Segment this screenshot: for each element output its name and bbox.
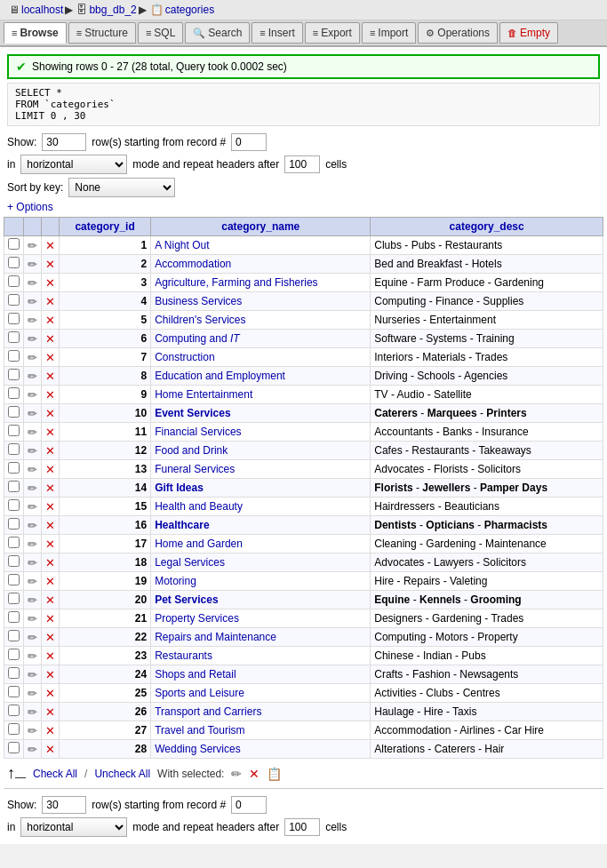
tab-empty[interactable]: 🗑 Empty bbox=[499, 22, 558, 44]
row-checkbox[interactable] bbox=[8, 313, 20, 324]
tab-insert[interactable]: ≡ Insert bbox=[252, 22, 302, 44]
edit-icon[interactable]: ✏ bbox=[28, 593, 37, 607]
record-input-bot[interactable] bbox=[231, 796, 267, 814]
col-desc[interactable]: category_desc bbox=[371, 218, 603, 236]
edit-icon[interactable]: ✏ bbox=[28, 370, 37, 383]
edit-icon[interactable]: ✏ bbox=[28, 538, 37, 551]
delete-icon[interactable]: ✕ bbox=[45, 593, 55, 607]
name-link[interactable]: Computing and IT bbox=[155, 332, 239, 345]
row-checkbox[interactable] bbox=[8, 275, 20, 287]
edit-icon[interactable]: ✏ bbox=[28, 239, 37, 252]
delete-icon[interactable]: ✕ bbox=[45, 482, 55, 495]
delete-icon[interactable]: ✕ bbox=[45, 575, 55, 588]
delete-icon[interactable]: ✕ bbox=[45, 556, 55, 569]
edit-icon[interactable]: ✏ bbox=[28, 575, 37, 588]
delete-icon[interactable]: ✕ bbox=[45, 314, 55, 327]
tab-search[interactable]: 🔍 Search bbox=[185, 22, 250, 44]
delete-icon[interactable]: ✕ bbox=[45, 538, 55, 551]
sortby-select[interactable]: None bbox=[68, 178, 175, 197]
row-checkbox[interactable] bbox=[8, 350, 20, 362]
delete-icon[interactable]: ✕ bbox=[45, 370, 55, 383]
edit-icon[interactable]: ✏ bbox=[28, 519, 37, 532]
row-checkbox[interactable] bbox=[8, 742, 20, 753]
row-checkbox[interactable] bbox=[8, 294, 20, 306]
tab-structure[interactable]: ≡ Structure bbox=[68, 22, 136, 44]
name-link[interactable]: Healthcare bbox=[155, 519, 209, 531]
name-link[interactable]: Home Entertainment bbox=[155, 388, 252, 401]
delete-icon[interactable]: ✕ bbox=[45, 276, 55, 290]
edit-icon[interactable]: ✏ bbox=[28, 482, 37, 495]
row-checkbox[interactable] bbox=[8, 649, 20, 660]
check-all-link[interactable]: Check All bbox=[33, 768, 77, 780]
row-checkbox[interactable] bbox=[8, 406, 20, 418]
delete-icon[interactable]: ✕ bbox=[45, 388, 55, 402]
row-checkbox[interactable] bbox=[8, 369, 20, 380]
name-link[interactable]: Event Services bbox=[155, 407, 230, 419]
name-link[interactable]: Education and Employment bbox=[155, 370, 285, 382]
delete-icon[interactable]: ✕ bbox=[45, 631, 55, 644]
delete-icon[interactable]: ✕ bbox=[45, 687, 55, 700]
delete-icon[interactable]: ✕ bbox=[45, 724, 55, 737]
name-link[interactable]: Business Services bbox=[155, 295, 242, 307]
edit-icon[interactable]: ✏ bbox=[28, 426, 37, 439]
edit-icon[interactable]: ✏ bbox=[28, 463, 37, 476]
edit-icon[interactable]: ✏ bbox=[28, 705, 37, 719]
name-link[interactable]: Sports and Leisure bbox=[155, 687, 244, 699]
delete-icon[interactable]: ✕ bbox=[45, 500, 55, 514]
edit-icon[interactable]: ✏ bbox=[28, 724, 37, 737]
name-link[interactable]: Travel and Tourism bbox=[155, 724, 244, 737]
tab-browse[interactable]: ≡ Browse bbox=[4, 22, 67, 44]
breadcrumb-localhost[interactable]: localhost bbox=[21, 4, 63, 16]
name-link[interactable]: Home and Garden bbox=[155, 538, 243, 550]
delete-icon[interactable]: ✕ bbox=[45, 519, 55, 532]
delete-icon[interactable]: ✕ bbox=[45, 444, 55, 458]
edit-icon[interactable]: ✏ bbox=[28, 444, 37, 458]
delete-icon[interactable]: ✕ bbox=[45, 743, 55, 756]
name-link[interactable]: Accommodation bbox=[155, 258, 231, 270]
delete-icon[interactable]: ✕ bbox=[45, 612, 55, 625]
tab-export[interactable]: ≡ Export bbox=[305, 22, 360, 44]
delete-icon[interactable]: ✕ bbox=[45, 351, 55, 364]
edit-icon[interactable]: ✏ bbox=[28, 687, 37, 700]
tab-sql[interactable]: ≡ SQL bbox=[138, 22, 183, 44]
name-link[interactable]: Legal Services bbox=[155, 556, 225, 569]
edit-icon[interactable]: ✏ bbox=[28, 631, 37, 644]
breadcrumb-table[interactable]: categories bbox=[165, 4, 214, 16]
repeat-input[interactable] bbox=[284, 155, 320, 173]
options-link[interactable]: + Options bbox=[7, 201, 600, 213]
show-input[interactable] bbox=[42, 133, 86, 151]
delete-icon[interactable]: ✕ bbox=[45, 426, 55, 439]
delete-icon[interactable]: ✕ bbox=[45, 649, 55, 663]
row-checkbox[interactable] bbox=[8, 443, 20, 455]
row-checkbox[interactable] bbox=[8, 238, 20, 250]
col-id[interactable]: category_id bbox=[60, 218, 151, 236]
mode-select[interactable]: horizontal vertical bbox=[20, 155, 127, 174]
name-link[interactable]: Funeral Services bbox=[155, 463, 235, 475]
delete-selected-icon[interactable]: ✕ bbox=[249, 767, 260, 781]
row-checkbox[interactable] bbox=[8, 462, 20, 474]
row-checkbox[interactable] bbox=[8, 611, 20, 623]
name-link[interactable]: Wedding Services bbox=[155, 743, 241, 755]
row-checkbox[interactable] bbox=[8, 630, 20, 641]
row-checkbox[interactable] bbox=[8, 257, 20, 268]
name-link[interactable]: Financial Services bbox=[155, 426, 241, 438]
edit-icon[interactable]: ✏ bbox=[28, 258, 37, 271]
row-checkbox[interactable] bbox=[8, 705, 20, 716]
edit-icon[interactable]: ✏ bbox=[28, 332, 37, 346]
tab-operations[interactable]: ⚙ Operations bbox=[418, 22, 498, 44]
row-checkbox[interactable] bbox=[8, 331, 20, 343]
edit-icon[interactable]: ✏ bbox=[28, 743, 37, 756]
delete-icon[interactable]: ✕ bbox=[45, 463, 55, 476]
row-checkbox[interactable] bbox=[8, 593, 20, 604]
edit-icon[interactable]: ✏ bbox=[28, 612, 37, 625]
row-checkbox[interactable] bbox=[8, 574, 20, 585]
name-link[interactable]: Food and Drink bbox=[155, 444, 228, 457]
edit-icon[interactable]: ✏ bbox=[28, 276, 37, 290]
name-link[interactable]: Transport and Carriers bbox=[155, 705, 261, 718]
name-link[interactable]: Shops and Retail bbox=[155, 668, 236, 681]
row-checkbox[interactable] bbox=[8, 387, 20, 399]
delete-icon[interactable]: ✕ bbox=[45, 668, 55, 681]
row-checkbox[interactable] bbox=[8, 686, 20, 697]
delete-icon[interactable]: ✕ bbox=[45, 332, 55, 346]
export-selected-icon[interactable]: 📋 bbox=[267, 767, 282, 781]
